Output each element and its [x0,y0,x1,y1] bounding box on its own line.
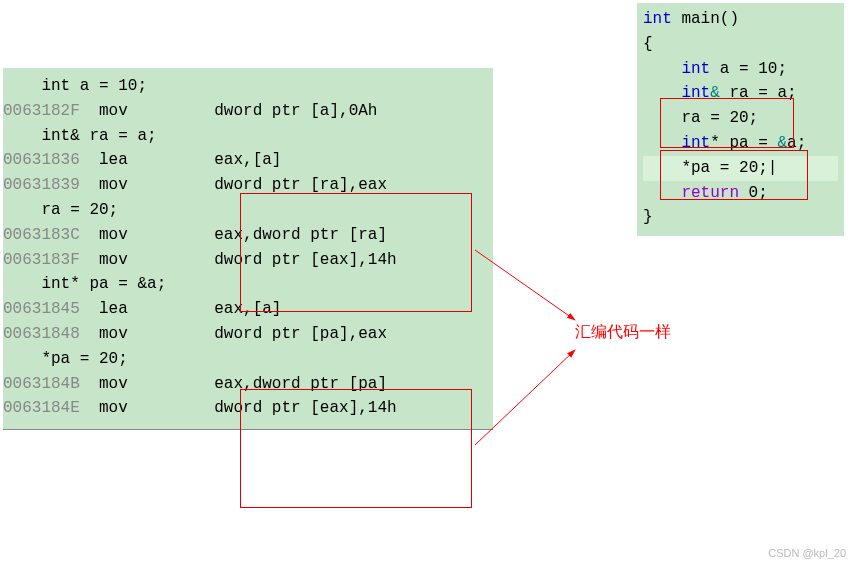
src-line: int* pa = &a; [643,131,838,156]
src-line: ra = 20; [643,106,838,131]
asm-line: 0063183F mov dword ptr [eax],14h [3,248,493,273]
src-line: return 0; [643,181,838,206]
asm-line: 0063184E mov dword ptr [eax],14h [3,396,493,421]
disassembly-panel: int a = 10; 0063182F mov dword ptr [a],0… [3,68,493,430]
asm-line: 00631845 lea eax,[a] [3,297,493,322]
asm-line: 00631848 mov dword ptr [pa],eax [3,322,493,347]
asm-line: 0063182F mov dword ptr [a],0Ah [3,99,493,124]
annotation-text: 汇编代码一样 [575,322,671,343]
src-line: } [643,205,838,230]
asm-line: 0063183C mov eax,dword ptr [ra] [3,223,493,248]
asm-line: 00631836 lea eax,[a] [3,148,493,173]
src-line: int a = 10; [643,57,838,82]
src-line: int& ra = a; [643,81,838,106]
asm-src-line: int& ra = a; [3,124,493,149]
asm-line: 00631839 mov dword ptr [ra],eax [3,173,493,198]
asm-src-line: *pa = 20; [3,347,493,372]
asm-src-line: ra = 20; [3,198,493,223]
asm-line: 0063184B mov eax,dword ptr [pa] [3,372,493,397]
source-panel: int main() { int a = 10; int& ra = a; ra… [637,3,844,236]
asm-src-line: int a = 10; [3,74,493,99]
src-line: { [643,32,838,57]
src-line-current: *pa = 20;| [643,156,838,181]
src-line: int main() [643,7,838,32]
asm-src-line: int* pa = &a; [3,272,493,297]
watermark: CSDN @kpl_20 [768,547,846,559]
